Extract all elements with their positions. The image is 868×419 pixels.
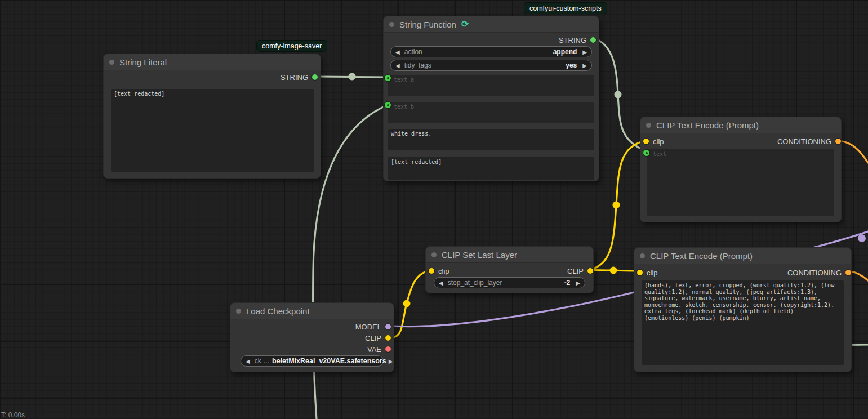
decrement-arrow-icon[interactable]: ◀ <box>395 63 400 69</box>
decrement-arrow-icon[interactable]: ◀ <box>439 280 443 286</box>
output-slot-string: STRING <box>104 72 321 83</box>
output-label: CLIP <box>567 267 584 275</box>
string-output-port[interactable] <box>590 37 596 43</box>
text-textarea[interactable]: text <box>647 149 834 216</box>
node-title: CLIP Text Encode (Prompt) <box>650 251 753 261</box>
vae-output-port[interactable] <box>385 346 391 352</box>
node-graph-canvas[interactable]: String Literal STRING [text redacted] co… <box>0 0 868 419</box>
output-label: STRING <box>281 73 308 82</box>
result-preview-textarea[interactable]: [text redacted] <box>388 157 594 180</box>
node-clip-set-last-layer[interactable]: CLIP Set Last Layer clip CLIP ◀ stop_at_… <box>425 246 594 293</box>
stop-at-clip-layer-widget[interactable]: ◀ stop_at_clip_layer -2 ▶ <box>434 277 585 288</box>
output-label: STRING <box>559 36 586 44</box>
decrement-arrow-icon[interactable]: ◀ <box>395 49 400 55</box>
reroute-dot-clip-1[interactable] <box>403 300 411 307</box>
node-title-bar[interactable]: CLIP Set Last Layer <box>426 247 593 263</box>
widget-label: tidy_tags <box>404 61 566 69</box>
text-a-input-port[interactable] <box>385 75 391 81</box>
input-slot-clip: clip <box>640 136 744 147</box>
string-output-port[interactable] <box>312 74 318 80</box>
node-load-checkpoint[interactable]: Load Checkpoint MODEL CLIP VAE ◀ ck … be… <box>230 302 394 372</box>
node-title-bar[interactable]: CLIP Text Encode (Prompt) <box>640 117 841 133</box>
node-string-literal[interactable]: String Literal STRING [text redacted] <box>103 54 321 179</box>
text-input-port[interactable] <box>643 150 649 156</box>
output-label: CLIP <box>365 334 381 342</box>
reroute-dot-string-1[interactable] <box>349 73 356 81</box>
reroute-dot-clip-2[interactable] <box>613 202 620 209</box>
ckpt-name-widget[interactable]: ◀ ck … beletMixReal_v20VAE.safetensors ▶ <box>241 355 384 367</box>
collapse-dot-icon[interactable] <box>389 22 394 27</box>
node-title-bar[interactable]: Load Checkpoint <box>230 303 394 319</box>
increment-arrow-icon[interactable]: ▶ <box>582 63 587 69</box>
output-label: CONDITIONING <box>777 137 831 146</box>
text-a-textarea[interactable]: text_a <box>388 75 594 96</box>
output-slot-clip: CLIP <box>510 265 594 277</box>
widget-label: action <box>404 48 553 56</box>
node-title-bar[interactable]: CLIP Text Encode (Prompt) <box>634 248 851 264</box>
output-slot-conditioning: CONDITIONING <box>741 136 842 147</box>
input-label: clip <box>647 269 658 277</box>
node-clip-text-encode-bottom[interactable]: CLIP Text Encode (Prompt) clip CONDITION… <box>634 247 852 372</box>
string-literal-textarea[interactable]: [text redacted] <box>111 89 314 172</box>
reroute-dot-string-2[interactable] <box>615 91 622 99</box>
clip-input-port[interactable] <box>637 270 643 275</box>
output-slot-conditioning: CONDITIONING <box>743 267 852 278</box>
widget-value: append <box>553 48 577 56</box>
increment-arrow-icon[interactable]: ▶ <box>389 358 393 364</box>
collapse-dot-icon[interactable] <box>109 60 114 65</box>
output-slot-string: STRING <box>384 34 599 46</box>
node-title: CLIP Text Encode (Prompt) <box>656 121 759 130</box>
wire-string-function-to-text <box>597 39 646 151</box>
output-label: CONDITIONING <box>787 269 842 277</box>
wire-conditioning-top-to-offscreen <box>839 141 868 163</box>
tidy-tags-widget[interactable]: ◀ tidy_tags yes ▶ <box>390 60 592 71</box>
input-slot-clip: clip <box>634 267 746 278</box>
negative-prompt-textarea[interactable]: (hands), text, error, cropped, (worst qu… <box>642 280 844 365</box>
collapse-dot-icon[interactable] <box>431 252 437 257</box>
action-widget[interactable]: ◀ action append ▶ <box>390 46 592 57</box>
text-b-input-port[interactable] <box>385 102 391 108</box>
clip-input-port[interactable] <box>643 139 649 144</box>
node-string-function[interactable]: String Function ⟳ STRING ◀ action append… <box>383 16 599 181</box>
node-title: CLIP Set Last Layer <box>442 250 517 260</box>
text-c-textarea[interactable]: white dress, <box>388 129 594 150</box>
collapse-dot-icon[interactable] <box>646 123 651 128</box>
clip-output-port[interactable] <box>385 335 391 341</box>
autorefresh-icon[interactable]: ⟳ <box>461 20 469 29</box>
node-title-bar[interactable]: String Literal <box>104 54 321 70</box>
input-label: clip <box>438 267 449 275</box>
collapse-dot-icon[interactable] <box>640 253 645 258</box>
text-b-textarea[interactable]: text_b <box>388 102 594 123</box>
increment-arrow-icon[interactable]: ▶ <box>576 280 580 286</box>
clip-output-port[interactable] <box>587 268 593 274</box>
output-slot-model: MODEL <box>230 321 394 332</box>
decrement-arrow-icon[interactable]: ◀ <box>246 358 250 364</box>
perf-counter: T: 0.00s <box>1 411 25 419</box>
node-title: Load Checkpoint <box>246 306 310 316</box>
conditioning-output-port[interactable] <box>845 270 851 275</box>
clip-input-port[interactable] <box>429 268 434 274</box>
widget-label: ck … <box>255 357 270 365</box>
node-title-bar[interactable]: String Function ⟳ <box>384 16 599 33</box>
node-clip-text-encode-top[interactable]: CLIP Text Encode (Prompt) clip CONDITION… <box>640 117 842 222</box>
output-label: MODEL <box>355 323 381 331</box>
node-source-badge: comfy-image-saver <box>256 40 327 52</box>
node-title: String Function <box>399 20 456 29</box>
conditioning-output-port[interactable] <box>835 139 841 144</box>
model-output-port[interactable] <box>385 324 391 329</box>
reroute-dot-clip-3[interactable] <box>610 267 617 274</box>
output-label: VAE <box>367 345 381 354</box>
widget-value: beletMixReal_v20VAE.safetensors <box>272 357 386 365</box>
output-slot-vae: VAE <box>230 344 394 355</box>
output-slot-clip: CLIP <box>230 332 394 344</box>
widget-value: yes <box>566 61 577 69</box>
input-label: clip <box>653 137 664 146</box>
widget-label: stop_at_clip_layer <box>448 279 564 287</box>
node-source-badge: comfyui-custom-scripts <box>524 2 607 14</box>
collapse-dot-icon[interactable] <box>236 309 241 314</box>
increment-arrow-icon[interactable]: ▶ <box>582 49 587 55</box>
widget-value: -2 <box>564 279 571 287</box>
input-slot-clip: clip <box>426 265 513 277</box>
reroute-dot-model[interactable] <box>858 234 866 242</box>
node-title: String Literal <box>119 57 167 67</box>
